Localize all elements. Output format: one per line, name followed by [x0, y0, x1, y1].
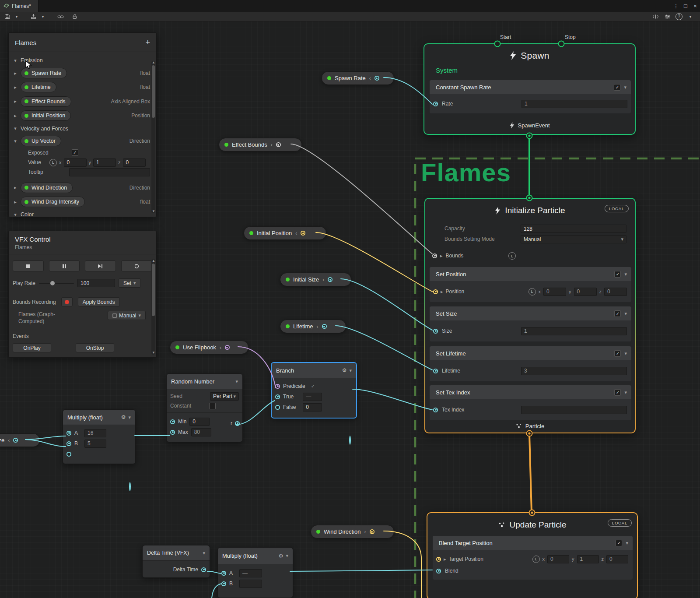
- collapse-icon[interactable]: ‹: [220, 345, 221, 351]
- tex-index-input-port[interactable]: [433, 408, 438, 412]
- tooltip-field[interactable]: [69, 168, 150, 176]
- x-field[interactable]: 0: [547, 555, 569, 563]
- expand-icon[interactable]: ▸: [13, 113, 18, 119]
- parameter-pill[interactable]: Wind Direction: [21, 183, 73, 193]
- z-field[interactable]: 0: [604, 288, 627, 296]
- expand-icon[interactable]: ▸: [444, 556, 446, 562]
- set-position-block[interactable]: Set Position✓▾ ▸ Position L x 0 y 0 z 0: [430, 267, 631, 302]
- expand-icon[interactable]: ▸: [13, 70, 18, 76]
- multiply-float-node-2[interactable]: Multiply (float)⚙▾ A — B: [217, 547, 293, 598]
- parameter-pill[interactable]: Initial Position: [21, 110, 71, 121]
- save-dropdown[interactable]: ▾: [12, 13, 21, 21]
- lifetime-input-port[interactable]: [433, 369, 438, 373]
- chevron-down-icon[interactable]: ▾: [624, 84, 626, 90]
- block-enabled-checkbox[interactable]: ✓: [614, 389, 621, 396]
- parameter-pill[interactable]: Wind Drag Intensity: [21, 197, 85, 207]
- branch-node[interactable]: Branch⚙▾ Predicate ✓ True — False 0: [271, 362, 357, 418]
- target-position-input-port[interactable]: [436, 557, 441, 562]
- record-bounds-button[interactable]: [61, 297, 73, 306]
- max-input-port[interactable]: [170, 430, 175, 435]
- a-field[interactable]: 16: [84, 429, 106, 437]
- param-row-effect-bounds[interactable]: ▸ Effect Bounds Axis Aligned Box: [9, 94, 156, 109]
- step-button[interactable]: [85, 260, 116, 271]
- output-port[interactable]: [374, 76, 379, 81]
- lifetime-param-node[interactable]: Lifetime ‹: [280, 320, 346, 333]
- blend-input-port[interactable]: [436, 569, 441, 573]
- constant-spawn-rate-block[interactable]: Constant Spawn Rate ✓ ▾ Rate 1: [430, 80, 631, 113]
- b-input-port[interactable]: [66, 441, 71, 446]
- collapse-icon[interactable]: ▾: [13, 138, 18, 144]
- block-enabled-checkbox[interactable]: ✓: [616, 540, 622, 546]
- size-param-node[interactable]: Size ‹: [0, 433, 40, 447]
- max-field[interactable]: 80: [191, 428, 211, 436]
- set-tex-index-block[interactable]: Set Tex Index✓▾ Tex Index —: [430, 385, 631, 420]
- scrollbar-thumb[interactable]: [152, 264, 155, 316]
- add-parameter-button[interactable]: +: [145, 38, 150, 47]
- position-input-port[interactable]: [433, 289, 438, 294]
- slider-knob[interactable]: [50, 281, 55, 285]
- use-flipbook-param-node[interactable]: Use Flipbook ‹: [170, 341, 248, 354]
- random-number-node[interactable]: Random Number▾ Seed Per Part▾ Constant M…: [166, 373, 243, 442]
- more-menu-icon[interactable]: ⋮: [671, 0, 681, 12]
- set-size-block[interactable]: Set Size✓▾ Size 1: [430, 306, 631, 341]
- output-port[interactable]: [276, 142, 281, 147]
- rate-field[interactable]: 1: [522, 100, 627, 108]
- rate-input-port[interactable]: [433, 102, 438, 106]
- space-toggle-icon[interactable]: L: [528, 288, 536, 295]
- spawn-context-node[interactable]: Spawn System Constant Spawn Rate ✓ ▾ Rat…: [424, 43, 636, 135]
- collapse-icon[interactable]: ‹: [317, 324, 318, 330]
- expand-icon[interactable]: ▸: [13, 199, 18, 205]
- delta-time-output-port[interactable]: [201, 567, 206, 572]
- maximize-icon[interactable]: □: [681, 0, 690, 12]
- chevron-down-icon[interactable]: ▾: [235, 379, 238, 384]
- collapse-icon[interactable]: ‹: [322, 277, 324, 283]
- predicate-input-port[interactable]: [275, 384, 280, 389]
- section-velocity-and-forces[interactable]: ▾ Velocity and Forces: [9, 123, 156, 134]
- stop-button[interactable]: [13, 260, 44, 271]
- output-port[interactable]: [301, 231, 305, 236]
- y-field[interactable]: 1: [577, 555, 599, 563]
- bounds-mode-select[interactable]: Manual▾: [521, 235, 626, 243]
- multiply-float-node[interactable]: Multiply (float)⚙▾ A 16 B 5: [63, 409, 136, 464]
- add-input-port[interactable]: [66, 452, 71, 457]
- blackboard-scrollbar[interactable]: ▲ ▼: [151, 61, 155, 213]
- collapse-icon[interactable]: ‹: [369, 75, 371, 81]
- chevron-down-icon[interactable]: ▾: [203, 550, 205, 556]
- play-rate-input[interactable]: 100: [77, 279, 115, 287]
- spawn-rate-param-node[interactable]: Spawn Rate ‹: [322, 71, 394, 85]
- expand-icon[interactable]: ▸: [441, 289, 443, 295]
- space-toggle-icon[interactable]: L: [49, 159, 57, 166]
- collapse-icon[interactable]: ‹: [295, 230, 297, 236]
- chevron-down-icon[interactable]: ▾: [286, 553, 288, 559]
- gear-icon[interactable]: ⚙: [342, 367, 347, 373]
- apply-bounds-button[interactable]: Apply Bounds: [78, 297, 120, 306]
- wind-direction-param-node[interactable]: Wind Direction ‹: [311, 525, 394, 538]
- size-input-port[interactable]: [433, 329, 438, 334]
- chevron-down-icon[interactable]: ▾: [624, 351, 627, 356]
- output-port[interactable]: [322, 324, 327, 329]
- bounds-input-port[interactable]: [432, 253, 437, 258]
- y-field[interactable]: 1: [93, 158, 116, 167]
- false-field[interactable]: 0: [303, 403, 322, 412]
- save-as-button[interactable]: [29, 13, 38, 21]
- predicate-check-icon[interactable]: ✓: [311, 383, 315, 389]
- initial-size-param-node[interactable]: Initial Size ‹: [280, 273, 351, 286]
- a-field[interactable]: —: [239, 569, 262, 577]
- param-row-wind-drag-intensity[interactable]: ▸ Wind Drag Intensity float: [9, 195, 156, 209]
- min-input-port[interactable]: [170, 419, 175, 424]
- x-field[interactable]: 0: [64, 158, 87, 167]
- tex-index-field[interactable]: —: [521, 406, 627, 414]
- set-lifetime-block[interactable]: Set Lifetime✓▾ Lifetime 3: [430, 346, 631, 381]
- collapse-icon[interactable]: ▾: [13, 212, 18, 218]
- output-port[interactable]: [370, 529, 374, 534]
- blend-target-position-block[interactable]: Blend Target Position✓▾ ▸ Target Positio…: [433, 536, 633, 580]
- chevron-down-icon[interactable]: ▾: [349, 368, 352, 373]
- block-enabled-checkbox[interactable]: ✓: [614, 310, 621, 317]
- b-field[interactable]: [239, 580, 262, 588]
- false-input-port[interactable]: [275, 405, 280, 410]
- a-input-port[interactable]: [66, 431, 71, 436]
- gear-icon[interactable]: ⚙: [279, 553, 284, 559]
- section-color-partial[interactable]: ▾ Color: [9, 209, 156, 217]
- exposed-checkbox[interactable]: ✓: [72, 149, 78, 156]
- lifetime-field[interactable]: 3: [521, 367, 627, 375]
